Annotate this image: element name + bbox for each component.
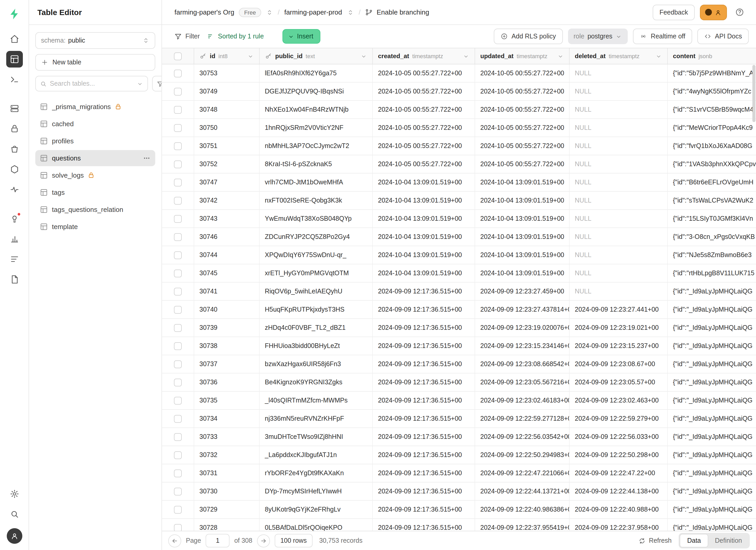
cell-updated_at[interactable]: 2024-09-09 12:23:27.459+00 bbox=[475, 283, 570, 300]
cell-public_id[interactable]: 0L5BAfDaLDl5rQOiqeKPO bbox=[260, 519, 373, 531]
cell-content[interactable]: {"id":"B6tr6eEFLrOVgeUmH bbox=[668, 173, 756, 191]
cell-updated_at[interactable]: 2024-10-05 00:55:27.722+00 bbox=[475, 64, 570, 82]
cell-updated_at[interactable]: 2024-10-05 00:55:27.722+00 bbox=[475, 119, 570, 137]
cell-deleted_at[interactable]: 2024-09-09 12:22:50.298+00 bbox=[570, 446, 668, 464]
cell-id[interactable]: 30731 bbox=[194, 464, 260, 482]
column-header-deleted_at[interactable]: deleted_at timestamptz bbox=[570, 48, 668, 64]
cell-content[interactable]: {"id":"_Id9aLyJpMHQLaiQG bbox=[668, 337, 756, 355]
cell-content[interactable]: {"id":"15LSIyT0JGMf3Kl4Vn bbox=[668, 210, 756, 227]
cell-created_at[interactable]: 2024-09-09 12:17:36.515+00 bbox=[373, 283, 475, 300]
row-checkbox[interactable] bbox=[174, 124, 182, 132]
chevron-down-icon[interactable] bbox=[655, 53, 662, 59]
cell-public_id[interactable]: RiqOV6p_5wihLeIAEQyhU bbox=[260, 283, 373, 300]
row-checkbox[interactable] bbox=[174, 215, 182, 223]
nav-auth-icon[interactable] bbox=[6, 120, 23, 137]
cell-public_id[interactable]: _La6pddxcKJIbgufATJ1n bbox=[260, 446, 373, 464]
row-checkbox[interactable] bbox=[174, 233, 182, 241]
user-avatar[interactable] bbox=[6, 528, 22, 544]
cell-content[interactable]: {"id":"1VASb3phnXXkQPCpv bbox=[668, 155, 756, 173]
cell-updated_at[interactable]: 2024-10-04 13:09:01.519+00 bbox=[475, 264, 570, 282]
cell-content[interactable]: {"id":"_Id9aLyJpMHQLaiQG bbox=[668, 519, 756, 531]
cell-deleted_at[interactable]: 2024-09-09 12:23:02.463+00 bbox=[570, 392, 668, 409]
nav-logs-icon[interactable] bbox=[6, 251, 23, 267]
table-row[interactable]: 30737bzwXazHgax6UIR58j6Fn32024-09-09 12:… bbox=[162, 355, 756, 373]
cell-public_id[interactable]: XPQwDIqY6Y75SwDnU-qr_ bbox=[260, 246, 373, 264]
cell-updated_at[interactable]: 2024-10-05 00:55:27.722+00 bbox=[475, 101, 570, 118]
cell-created_at[interactable]: 2024-10-04 13:09:01.519+00 bbox=[373, 173, 475, 191]
cell-deleted_at[interactable]: 2024-09-09 12:23:27.441+00 bbox=[570, 301, 668, 318]
cell-deleted_at[interactable]: 2024-09-09 12:23:19.021+00 bbox=[570, 319, 668, 337]
cell-public_id[interactable]: YwEmuWdqT38XoSB048QYp bbox=[260, 210, 373, 227]
nav-reports-icon[interactable] bbox=[6, 231, 23, 247]
cell-public_id[interactable]: NhXEo1Xw04FnB4RzWTNjb bbox=[260, 101, 373, 118]
cell-updated_at[interactable]: 2024-10-04 13:09:01.519+00 bbox=[475, 246, 570, 264]
table-row[interactable]: 30743YwEmuWdqT38XoSB048QYp2024-10-04 13:… bbox=[162, 210, 756, 228]
cell-content[interactable]: {"id":"5b7j5Pz9WHBNmY_A bbox=[668, 64, 756, 82]
row-checkbox[interactable] bbox=[174, 415, 182, 422]
cell-deleted_at[interactable]: 2024-09-09 12:22:44.138+00 bbox=[570, 482, 668, 500]
cell-created_at[interactable]: 2024-09-09 12:17:36.515+00 bbox=[373, 428, 475, 446]
table-row[interactable]: 30738FHHUioa3bidd00BHyLeZt2024-09-09 12:… bbox=[162, 337, 756, 355]
search-tables-input[interactable] bbox=[50, 80, 133, 87]
table-row[interactable]: 30742nxFT002ISeRE-Qobg3K3k2024-10-04 13:… bbox=[162, 192, 756, 210]
cell-deleted_at[interactable]: NULL bbox=[570, 64, 668, 82]
cell-content[interactable]: {"id":"_Id9aLyJpMHQLaiQG bbox=[668, 283, 756, 300]
table-row[interactable]: 307528KraI-tSI-6-pSZcknaK52024-10-05 00:… bbox=[162, 155, 756, 173]
nav-sql-editor-icon[interactable] bbox=[6, 71, 23, 88]
cell-updated_at[interactable]: 2024-10-04 13:09:01.519+00 bbox=[475, 228, 570, 246]
cell-deleted_at[interactable]: 2024-09-09 12:22:40.988+00 bbox=[570, 501, 668, 518]
cell-deleted_at[interactable]: 2024-09-09 12:22:59.279+00 bbox=[570, 410, 668, 427]
add-rls-policy-button[interactable]: Add RLS policy bbox=[494, 29, 563, 44]
cell-created_at[interactable]: 2024-09-09 12:17:36.515+00 bbox=[373, 301, 475, 318]
row-checkbox[interactable] bbox=[174, 251, 182, 259]
table-row[interactable]: 30744XPQwDIqY6Y75SwDnU-qr_2024-10-04 13:… bbox=[162, 246, 756, 264]
cell-public_id[interactable]: nbMhHL3AP7OcCJymc2wT2 bbox=[260, 137, 373, 155]
cell-updated_at[interactable]: 2024-09-09 12:23:27.437814+00 bbox=[475, 301, 570, 318]
role-select[interactable]: role postgres bbox=[568, 29, 628, 44]
sidebar-table-cached[interactable]: cached bbox=[35, 116, 155, 132]
table-row[interactable]: 30730DYp-7mcyMSIrHefLYIwwH2024-09-09 12:… bbox=[162, 482, 756, 501]
cell-public_id[interactable]: lEfA0sRh9hIXf62Y6ga75 bbox=[260, 64, 373, 82]
enable-branching-button[interactable]: Enable branching bbox=[365, 8, 429, 16]
row-checkbox[interactable] bbox=[174, 106, 182, 113]
cell-updated_at[interactable]: 2024-09-09 12:22:50.294983+00 bbox=[475, 446, 570, 464]
cell-created_at[interactable]: 2024-10-04 13:09:01.519+00 bbox=[373, 228, 475, 246]
table-row[interactable]: 30753lEfA0sRh9hIXf62Y6ga752024-10-05 00:… bbox=[162, 64, 756, 83]
cell-updated_at[interactable]: 2024-09-09 12:23:02.46183+00 bbox=[475, 392, 570, 409]
cell-deleted_at[interactable]: NULL bbox=[570, 192, 668, 209]
cell-content[interactable]: {"id":"rtHbLpgB8V11LUK715 bbox=[668, 264, 756, 282]
refresh-button[interactable]: Refresh bbox=[638, 537, 672, 544]
nav-realtime-icon[interactable] bbox=[6, 181, 23, 198]
cell-content[interactable]: {"id":"S1vrVC5BrB59wqcM4 bbox=[668, 101, 756, 118]
column-header-public_id[interactable]: public_id text bbox=[260, 48, 373, 64]
table-row[interactable]: 30747vrlh7CMD-JtM1bOweMHfA2024-10-04 13:… bbox=[162, 173, 756, 192]
cell-content[interactable]: {"id":"_Id9aLyJpMHQLaiQG bbox=[668, 482, 756, 500]
usage-alert-button[interactable] bbox=[700, 4, 727, 20]
cell-id[interactable]: 30728 bbox=[194, 519, 260, 531]
tab-definition[interactable]: Definition bbox=[708, 534, 749, 547]
cell-created_at[interactable]: 2024-09-09 12:17:36.515+00 bbox=[373, 355, 475, 373]
table-row[interactable]: 30748NhXEo1Xw04FnB4RzWTNjb2024-10-05 00:… bbox=[162, 101, 756, 119]
cell-deleted_at[interactable]: NULL bbox=[570, 264, 668, 282]
table-row[interactable]: 30751nbMhHL3AP7OcCJymc2wT22024-10-05 00:… bbox=[162, 137, 756, 155]
cell-created_at[interactable]: 2024-09-09 12:17:36.515+00 bbox=[373, 464, 475, 482]
cell-id[interactable]: 30733 bbox=[194, 428, 260, 446]
cell-deleted_at[interactable]: NULL bbox=[570, 246, 668, 264]
cell-created_at[interactable]: 2024-09-09 12:17:36.515+00 bbox=[373, 319, 475, 337]
cell-updated_at[interactable]: 2024-10-05 00:55:27.722+00 bbox=[475, 155, 570, 173]
nav-home-icon[interactable] bbox=[6, 31, 23, 47]
schema-select[interactable]: schema: public bbox=[35, 32, 155, 49]
cell-updated_at[interactable]: 2024-09-09 12:23:05.567216+00 bbox=[475, 373, 570, 391]
cell-id[interactable]: 30745 bbox=[194, 264, 260, 282]
sidebar-table-_prisma_migrations[interactable]: _prisma_migrations bbox=[35, 99, 155, 115]
cell-public_id[interactable]: nxFT002ISeRE-Qobg3K3k bbox=[260, 192, 373, 209]
insert-button[interactable]: Insert bbox=[282, 29, 321, 44]
sidebar-table-template[interactable]: template bbox=[35, 219, 155, 235]
cell-deleted_at[interactable]: 2024-09-09 12:23:08.67+00 bbox=[570, 355, 668, 373]
cell-updated_at[interactable]: 2024-09-09 12:22:37.955419+00 bbox=[475, 519, 570, 531]
row-checkbox[interactable] bbox=[174, 306, 182, 313]
table-row[interactable]: 30741RiqOV6p_5wihLeIAEQyhU2024-09-09 12:… bbox=[162, 283, 756, 301]
org-switcher-icon[interactable] bbox=[266, 9, 273, 16]
chevron-down-icon[interactable] bbox=[463, 53, 469, 59]
rows-per-page-select[interactable]: 100 rows bbox=[275, 534, 312, 547]
